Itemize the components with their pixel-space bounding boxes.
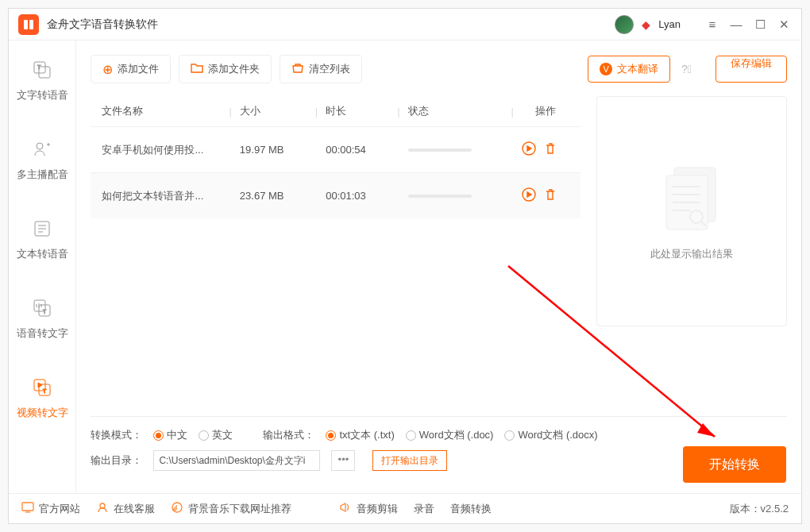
sidebar-item-tts[interactable]: T 文字转语音 (9, 40, 75, 120)
sidebar-item-label: 文字转语音 (17, 88, 68, 102)
text-translate-button[interactable]: V文本翻译 (588, 56, 670, 83)
basket-icon (291, 62, 304, 76)
texttts-icon (30, 217, 54, 241)
col-duration: 时长 (326, 104, 397, 118)
sb-bgm[interactable]: 背景音乐下载网址推荐 (171, 501, 291, 516)
folder-icon (191, 62, 203, 76)
output-path-input[interactable] (153, 450, 320, 471)
svg-marker-25 (527, 192, 531, 197)
play-icon[interactable] (522, 141, 536, 158)
svg-text:T: T (37, 64, 41, 70)
document-icon (660, 161, 723, 236)
music-icon (171, 501, 183, 516)
svg-text:T: T (43, 309, 47, 314)
help-icon[interactable]: ?⃝ (681, 63, 692, 75)
play-icon[interactable] (522, 187, 536, 204)
sidebar-item-texttts[interactable]: 文本转语音 (9, 199, 75, 279)
sb-record[interactable]: 录音 (414, 502, 434, 516)
col-size: 大小 (240, 104, 315, 118)
svg-text:T: T (43, 388, 47, 394)
sb-support[interactable]: 在线客服 (96, 501, 155, 516)
svg-rect-34 (22, 503, 33, 511)
tts-icon: T (30, 58, 54, 82)
titlebar: 金舟文字语音转换软件 ◆ Lyan ≡ — ☐ ✕ (9, 9, 801, 40)
vip-icon: ◆ (642, 18, 650, 31)
username: Lyan (658, 18, 681, 30)
svg-point-37 (172, 503, 182, 512)
plus-circle-icon: ⊕ (102, 62, 113, 77)
statusbar: 官方网站 在线客服 背景音乐下载网址推荐 音频剪辑 录音 音频转换 版本：v2.… (9, 493, 801, 523)
table-row[interactable]: 安卓手机如何使用投... | 19.97 MB | 00:00:54 | | (91, 126, 580, 172)
trash-icon[interactable] (544, 188, 557, 203)
multianchor-icon (30, 137, 54, 161)
browse-button[interactable]: ••• (331, 450, 355, 471)
maximize-button[interactable]: ☐ (752, 17, 768, 33)
output-placeholder-text: 此处显示输出结果 (650, 247, 733, 261)
radio-mode-cn[interactable]: 中文 (153, 428, 187, 442)
minimize-button[interactable]: — (728, 17, 744, 33)
progress-bar (408, 195, 472, 198)
videott-icon: T (30, 376, 54, 399)
svg-rect-0 (24, 20, 28, 29)
sidebar-item-label: 视频转文字 (17, 406, 68, 420)
sidebar-item-multianchor[interactable]: 多主播配音 (9, 120, 75, 199)
megaphone-icon (339, 502, 352, 515)
radio-fmt-txt[interactable]: txt文本 (.txt) (326, 428, 394, 442)
col-action: 操作 (522, 104, 569, 118)
mode-label: 转换模式： (91, 428, 142, 442)
svg-point-36 (100, 503, 105, 508)
sidebar: T 文字转语音 多主播配音 文本转语音 T 语音转文字 T 视频转文字 (9, 40, 76, 493)
format-label: 输出格式： (263, 428, 314, 442)
table-row[interactable]: 如何把文本转语音并... | 23.67 MB | 00:01:03 | | (91, 172, 580, 218)
sb-site[interactable]: 官方网站 (21, 502, 80, 516)
version-info: 版本：v2.5.2 (730, 502, 789, 516)
table-header: 文件名称 | 大小 | 时长 | 状态 | 操作 (91, 96, 580, 126)
sidebar-item-label: 文本转语音 (17, 247, 68, 261)
progress-bar (408, 148, 472, 152)
app-logo (18, 14, 39, 35)
open-dir-button[interactable]: 打开输出目录 (372, 450, 447, 471)
save-edit-button[interactable]: 保存编辑 (716, 56, 787, 83)
svg-rect-1 (29, 20, 33, 29)
sidebar-item-videott[interactable]: T 视频转文字 (9, 358, 75, 438)
start-convert-button[interactable]: 开始转换 (683, 446, 786, 483)
sidebar-item-label: 语音转文字 (17, 326, 68, 341)
sb-audiocut[interactable]: 音频剪辑 (339, 502, 398, 516)
v-badge-icon: V (600, 63, 612, 75)
dir-label: 输出目录： (91, 453, 142, 468)
file-list: 文件名称 | 大小 | 时长 | 状态 | 操作 安卓手机如何使用投... | … (91, 96, 580, 408)
col-name: 文件名称 (102, 104, 229, 118)
sb-audioconvert[interactable]: 音频转换 (450, 502, 492, 516)
clear-list-button[interactable]: 清空列表 (280, 55, 362, 83)
add-file-button[interactable]: ⊕添加文件 (91, 55, 171, 83)
headset-icon (96, 501, 109, 516)
output-panel: 此处显示输出结果 (596, 96, 787, 326)
close-button[interactable]: ✕ (776, 17, 792, 33)
app-title: 金舟文字语音转换软件 (47, 17, 158, 32)
radio-fmt-docx[interactable]: Word文档 (.docx) (504, 428, 597, 442)
menu-button[interactable]: ≡ (704, 17, 720, 33)
trash-icon[interactable] (544, 142, 557, 157)
radio-mode-en[interactable]: 英文 (199, 428, 233, 442)
col-status: 状态 (408, 104, 511, 118)
stt-icon: T (30, 296, 54, 320)
add-folder-button[interactable]: 添加文件夹 (179, 55, 272, 83)
svg-marker-23 (527, 146, 531, 151)
radio-fmt-doc[interactable]: Word文档 (.doc) (406, 428, 494, 442)
svg-point-5 (37, 143, 43, 149)
sidebar-item-stt[interactable]: T 语音转文字 (9, 279, 75, 358)
sidebar-item-label: 多主播配音 (17, 168, 68, 182)
monitor-icon (21, 502, 34, 515)
toolbar: ⊕添加文件 添加文件夹 清空列表 V文本翻译 ?⃝ 保存编辑 (91, 55, 787, 83)
avatar[interactable] (615, 15, 634, 34)
